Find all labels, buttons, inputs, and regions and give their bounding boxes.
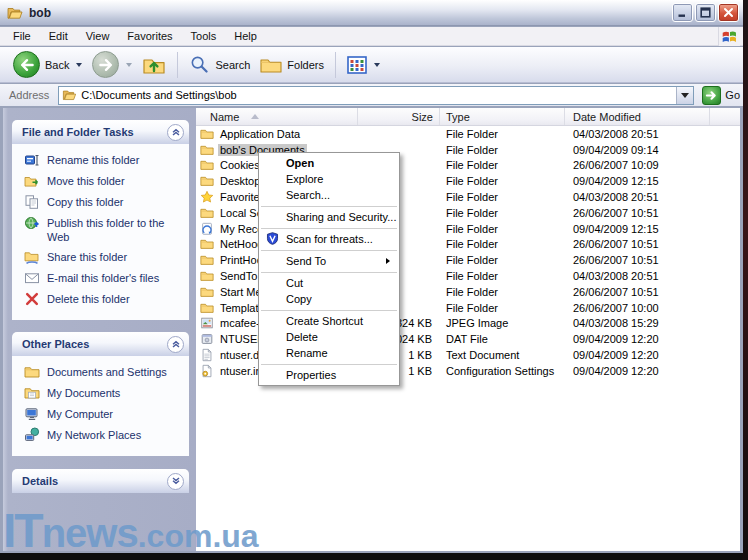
file-type-cell: File Folder xyxy=(440,207,565,219)
sidebar-item-move-this-folder[interactable]: Move this folder xyxy=(24,173,183,189)
back-label: Back xyxy=(45,59,69,71)
menu-view[interactable]: View xyxy=(77,28,119,44)
file-date-cell: 04/03/2008 20:51 xyxy=(565,191,710,203)
file-date-cell: 26/06/2007 10:51 xyxy=(565,254,710,266)
context-menu-scan-for-threats-[interactable]: Scan for threats... xyxy=(259,231,399,247)
minimize-button[interactable] xyxy=(672,3,693,22)
menu-separator xyxy=(261,228,397,229)
window-title: bob xyxy=(29,6,51,20)
sidebar-item-label: Publish this folder to the Web xyxy=(47,215,183,244)
file-name: mcafee- xyxy=(218,317,262,329)
context-menu-rename[interactable]: Rename xyxy=(259,345,399,361)
panel-file-and-folder-tasks: File and Folder TasksRename this folderM… xyxy=(12,120,189,320)
sidebar-item-delete-this-folder[interactable]: Delete this folder xyxy=(24,291,183,307)
file-type-cell: File Folder xyxy=(440,128,565,140)
menu-favorites[interactable]: Favorites xyxy=(118,28,181,44)
chevron-up-icon[interactable] xyxy=(167,336,184,353)
panel-header[interactable]: Other Places xyxy=(12,332,189,356)
sidebar-item-my-documents[interactable]: My Documents xyxy=(24,385,183,401)
address-input[interactable]: C:\Documents and Settings\bob xyxy=(58,86,694,105)
panel-header[interactable]: Details xyxy=(12,469,189,493)
folders-button[interactable]: Folders xyxy=(255,53,329,77)
dat-icon xyxy=(200,332,214,346)
menu-separator xyxy=(261,364,397,365)
star-icon xyxy=(200,190,214,204)
sidebar-item-my-network-places[interactable]: My Network Places xyxy=(24,427,183,443)
sidebar-item-publish-this-folder-to-the-web[interactable]: Publish this folder to the Web xyxy=(24,215,183,244)
file-type-cell: File Folder xyxy=(440,302,565,314)
menubar: FileEditViewFavoritesToolsHelp xyxy=(0,27,743,46)
file-date-cell: 09/04/2009 12:15 xyxy=(565,175,710,187)
recent-icon xyxy=(200,222,214,236)
folder-icon xyxy=(200,206,214,220)
file-date-cell: 09/04/2009 12:20 xyxy=(565,349,710,361)
file-type-cell: File Folder xyxy=(440,223,565,235)
sidebar-item-label: My Documents xyxy=(47,385,120,400)
address-dropdown-button[interactable] xyxy=(676,87,693,104)
file-name-cell: Application Data xyxy=(196,127,358,141)
panel-other-places: Other PlacesDocuments and SettingsMy Doc… xyxy=(12,332,189,456)
sidebar-item-copy-this-folder[interactable]: Copy this folder xyxy=(24,194,183,210)
chevron-down-icon[interactable] xyxy=(167,473,184,490)
sidebar-item-rename-this-folder[interactable]: Rename this folder xyxy=(24,152,183,168)
menu-edit[interactable]: Edit xyxy=(40,28,77,44)
screen: bob FileEditViewFavoritesToolsHelp xyxy=(0,0,748,560)
context-menu-create-shortcut[interactable]: Create Shortcut xyxy=(259,313,399,329)
context-menu-properties[interactable]: Properties xyxy=(259,367,399,383)
back-dropdown-icon[interactable] xyxy=(76,63,82,67)
file-date-cell: 26/06/2007 10:51 xyxy=(565,286,710,298)
image-icon xyxy=(200,316,214,330)
context-menu-send-to[interactable]: Send To xyxy=(259,253,399,269)
panel-header[interactable]: File and Folder Tasks xyxy=(12,120,189,144)
delete-icon xyxy=(24,291,40,307)
share-icon xyxy=(24,249,40,265)
search-button[interactable]: Search xyxy=(184,52,255,77)
context-menu-explore[interactable]: Explore xyxy=(259,171,399,187)
sidebar-item-label: My Network Places xyxy=(47,427,141,442)
context-menu-sharing-and-security-[interactable]: Sharing and Security... xyxy=(259,209,399,225)
menu-file[interactable]: File xyxy=(4,28,40,44)
file-type-cell: File Folder xyxy=(440,159,565,171)
menu-tools[interactable]: Tools xyxy=(182,28,226,44)
views-dropdown-icon[interactable] xyxy=(374,63,380,67)
menu-separator xyxy=(261,250,397,251)
column-header-name[interactable]: Name xyxy=(196,108,358,125)
context-menu-open[interactable]: Open xyxy=(259,155,399,171)
sidebar-item-share-this-folder[interactable]: Share this folder xyxy=(24,249,183,265)
up-button[interactable] xyxy=(137,51,171,79)
column-headers: Name Size Type Date Modified xyxy=(196,108,740,126)
column-header-size[interactable]: Size xyxy=(358,108,440,125)
file-date-cell: 04/03/2008 15:29 xyxy=(565,317,710,329)
views-button[interactable] xyxy=(342,53,385,77)
back-button[interactable]: Back xyxy=(8,49,87,80)
sidebar-item-label: Copy this folder xyxy=(47,194,123,209)
context-menu-copy[interactable]: Copy xyxy=(259,291,399,307)
chevron-up-icon[interactable] xyxy=(167,124,184,141)
close-icon xyxy=(723,7,734,18)
file-name: Application Data xyxy=(218,128,302,140)
maximize-icon xyxy=(700,7,711,18)
file-type-cell: File Folder xyxy=(440,144,565,156)
context-menu-cut[interactable]: Cut xyxy=(259,275,399,291)
sidebar-item-e-mail-this-folder-s-files[interactable]: E-mail this folder's files xyxy=(24,270,183,286)
go-button[interactable] xyxy=(702,86,721,105)
views-icon xyxy=(347,55,367,75)
maximize-button[interactable] xyxy=(695,3,716,22)
forward-button[interactable] xyxy=(87,49,137,80)
column-label: Date Modified xyxy=(573,111,641,123)
search-icon xyxy=(189,54,210,75)
file-type-cell: File Folder xyxy=(440,175,565,187)
sidebar-item-label: My Computer xyxy=(47,406,113,421)
context-menu-search-[interactable]: Search... xyxy=(259,187,399,203)
folder-icon xyxy=(200,301,214,315)
column-header-date-modified[interactable]: Date Modified xyxy=(565,108,710,125)
close-button[interactable] xyxy=(718,3,739,22)
column-header-type[interactable]: Type xyxy=(440,108,565,125)
sidebar-item-my-computer[interactable]: My Computer xyxy=(24,406,183,422)
sidebar-item-documents-and-settings[interactable]: Documents and Settings xyxy=(24,364,183,380)
file-date-cell: 26/06/2007 10:51 xyxy=(565,207,710,219)
folder-icon xyxy=(200,174,214,188)
context-menu-delete[interactable]: Delete xyxy=(259,329,399,345)
menu-help[interactable]: Help xyxy=(225,28,266,44)
table-row[interactable]: Application DataFile Folder04/03/2008 20… xyxy=(196,126,740,142)
